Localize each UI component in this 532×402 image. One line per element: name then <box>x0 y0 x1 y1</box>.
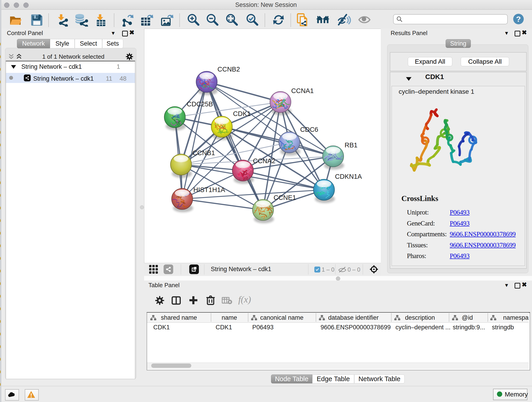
svg-text:CDKN1A: CDKN1A <box>335 173 362 180</box>
svg-text:CCNA2: CCNA2 <box>253 157 275 165</box>
svg-text:CDK1: CDK1 <box>233 110 251 117</box>
svg-text:RB1: RB1 <box>345 141 357 149</box>
svg-text:CCNE1: CCNE1 <box>273 194 296 201</box>
svg-text:HIST1H1A: HIST1H1A <box>193 186 225 193</box>
svg-text:CCNB2: CCNB2 <box>217 65 240 73</box>
svg-text:CCNB1: CCNB1 <box>192 149 215 157</box>
svg-text:CCNA1: CCNA1 <box>291 87 314 95</box>
svg-text:CDC25B: CDC25B <box>187 100 213 108</box>
svg-text:CDC6: CDC6 <box>300 126 318 133</box>
